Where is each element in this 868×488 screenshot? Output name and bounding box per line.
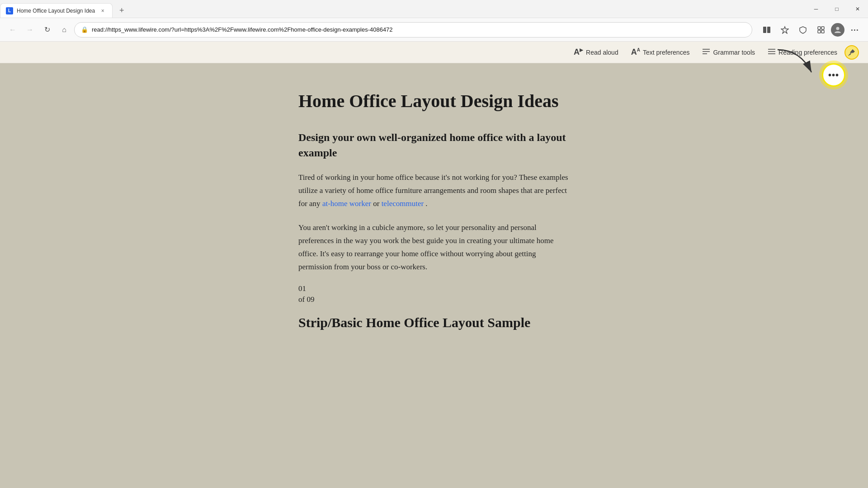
reader-content: Home Office Layout Design Ideas Design y… — [0, 63, 868, 488]
svg-marker-2 — [781, 27, 788, 33]
read-aloud-button[interactable]: A▶ Read aloud — [568, 45, 624, 60]
collections-icon[interactable] — [813, 22, 829, 38]
tab-favicon: L — [6, 7, 13, 14]
read-aloud-icon: A▶ — [574, 47, 583, 57]
tab-title: Home Office Layout Design Idea — [17, 8, 95, 14]
toolbar-icons: ⋯ — [759, 22, 863, 38]
address-bar: ← → ↻ ⌂ 🔒 read://https_www.lifewire.com/… — [0, 18, 868, 42]
svg-point-7 — [836, 27, 840, 30]
forward-button[interactable]: → — [23, 23, 37, 37]
floating-more-button[interactable]: ••• — [822, 63, 845, 87]
favorites-icon[interactable] — [777, 22, 793, 38]
article-title: Home Office Layout Design Ideas — [298, 90, 570, 112]
url-text: read://https_www.lifewire.com/?url=https… — [92, 26, 745, 33]
reader-view-icon[interactable] — [759, 22, 775, 38]
grammar-icon — [702, 48, 710, 57]
article-body-2: You aren't working in a cubicle anymore,… — [298, 221, 570, 274]
title-bar: L Home Office Layout Design Idea × + ─ □… — [0, 0, 868, 18]
text-prefs-label: Text preferences — [643, 49, 690, 56]
at-home-worker-link[interactable]: at-home worker — [322, 199, 371, 208]
lock-icon: 🔒 — [81, 26, 88, 33]
grammar-tools-button[interactable]: Grammar tools — [697, 45, 760, 60]
minimize-button[interactable]: ─ — [806, 0, 826, 18]
article-subtitle: Design your own well-organized home offi… — [298, 130, 570, 160]
close-button[interactable]: ✕ — [847, 0, 868, 18]
text-preferences-button[interactable]: AA Text preferences — [626, 45, 695, 60]
back-button[interactable]: ← — [5, 23, 20, 37]
maximize-button[interactable]: □ — [826, 0, 847, 18]
profile-button[interactable] — [831, 23, 844, 37]
svg-rect-3 — [818, 27, 821, 29]
refresh-button[interactable]: ↻ — [40, 23, 54, 37]
svg-rect-0 — [763, 27, 766, 33]
tab-close-button[interactable]: × — [99, 7, 107, 15]
read-aloud-label: Read aloud — [586, 49, 618, 56]
reading-prefs-icon — [768, 48, 776, 57]
reading-prefs-label: Reading preferences — [778, 49, 837, 56]
window-controls: ─ □ ✕ — [806, 0, 868, 18]
url-bar[interactable]: 🔒 read://https_www.lifewire.com/?url=htt… — [74, 22, 752, 38]
active-tab[interactable]: L Home Office Layout Design Idea × — [0, 3, 113, 18]
tab-area: L Home Office Layout Design Idea × + — [0, 0, 806, 18]
telecommuter-link[interactable]: telecommuter — [382, 199, 424, 208]
text-prefs-icon: AA — [631, 47, 640, 57]
svg-rect-4 — [821, 27, 824, 29]
counter-total: of 09 — [298, 295, 570, 304]
shield-icon[interactable] — [795, 22, 811, 38]
svg-rect-6 — [821, 30, 824, 33]
section-title: Strip/Basic Home Office Layout Sample — [298, 315, 570, 330]
more-button[interactable]: ⋯ — [846, 22, 863, 38]
reading-preferences-button[interactable]: Reading preferences — [762, 45, 843, 60]
svg-rect-1 — [767, 27, 770, 33]
article: Home Office Layout Design Ideas Design y… — [298, 90, 570, 470]
home-button[interactable]: ⌂ — [57, 23, 71, 37]
reader-toolbar: A▶ Read aloud AA Text preferences Gramma… — [0, 42, 868, 63]
article-body-1: Tired of working in your home office bec… — [298, 171, 570, 211]
grammar-tools-label: Grammar tools — [713, 49, 755, 56]
svg-rect-5 — [818, 30, 821, 33]
new-tab-button[interactable]: + — [114, 3, 129, 18]
pin-button[interactable] — [844, 45, 859, 60]
counter-current: 01 — [298, 284, 570, 293]
